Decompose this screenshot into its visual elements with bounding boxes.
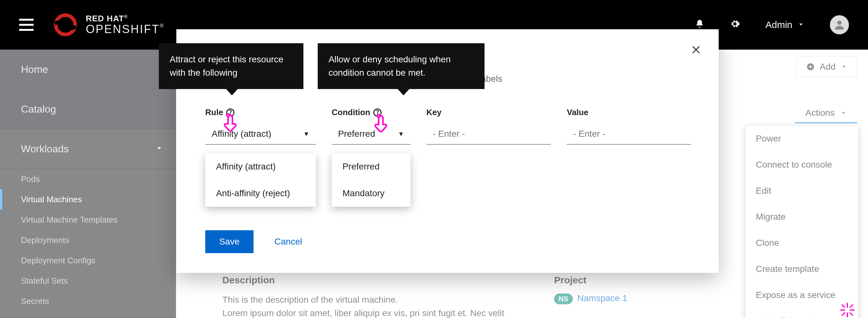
value-field: Value	[567, 108, 691, 145]
sparkle-icon	[839, 302, 855, 318]
rule-option-affinity[interactable]: Affinity (attract)	[205, 153, 316, 180]
condition-option-preferred[interactable]: Preferred	[332, 153, 410, 180]
sidebar-sub-deployments[interactable]: Deployments	[0, 230, 176, 250]
project-section: Project NS Namspace 1	[554, 275, 627, 304]
svg-point-3	[837, 21, 841, 25]
chevron-down-icon	[798, 20, 804, 30]
sidebar-sub-virtual-machines[interactable]: Virtual Machines	[0, 189, 176, 209]
value-label: Value	[567, 108, 691, 117]
svg-point-0	[56, 15, 75, 35]
namespace-badge: NS	[554, 293, 573, 304]
project-heading: Project	[554, 275, 627, 286]
caret-down-icon	[840, 110, 847, 116]
caret-down-icon	[841, 64, 847, 70]
chevron-down-icon	[155, 143, 163, 155]
svg-line-13	[842, 305, 845, 308]
svg-line-14	[850, 313, 853, 316]
svg-rect-6	[809, 66, 813, 67]
save-button[interactable]: Save	[205, 230, 253, 253]
condition-field: Condition ? Preferred ▼	[332, 108, 410, 145]
close-icon[interactable]: ✕	[691, 42, 702, 57]
sidebar: Home Catalog Workloads Pods Virtual Mach…	[0, 50, 176, 318]
avatar[interactable]	[830, 15, 849, 34]
description-text: This is the description of the virtual m…	[222, 293, 504, 318]
svg-point-7	[227, 114, 229, 116]
actions-button[interactable]: Actions	[795, 104, 857, 123]
svg-line-15	[850, 305, 853, 308]
sidebar-item-home[interactable]: Home	[0, 50, 176, 89]
namespace-link[interactable]: Namspace 1	[577, 293, 627, 303]
sidebar-sub-secrets[interactable]: Secrets	[0, 291, 176, 311]
svg-point-8	[377, 114, 380, 117]
condition-label: Condition ?	[332, 108, 410, 117]
value-input[interactable]	[567, 124, 691, 145]
actions-menu-create-template[interactable]: Create template	[746, 256, 858, 282]
hamburger-icon[interactable]	[19, 19, 34, 31]
condition-select[interactable]: Preferred ▼	[332, 124, 410, 145]
actions-menu: Power Connect to console Edit Migrate Cl…	[745, 125, 859, 318]
actions-menu-connect-console[interactable]: Connect to console	[746, 152, 858, 178]
gear-icon[interactable]	[730, 19, 740, 31]
actions-menu-migrate[interactable]: Migrate	[746, 204, 858, 230]
rule-option-anti-affinity[interactable]: Anti-affinity (reject)	[205, 180, 316, 207]
key-field: Key	[426, 108, 551, 145]
svg-line-16	[842, 313, 845, 316]
sidebar-item-workloads[interactable]: Workloads	[0, 129, 176, 169]
description-section: Description This is the description of t…	[222, 275, 504, 318]
actions-label: Actions	[805, 108, 835, 118]
add-label: Add	[820, 62, 836, 72]
caret-down-icon: ▼	[303, 131, 309, 138]
user-label: Admin	[765, 20, 793, 30]
bell-icon[interactable]	[695, 19, 704, 31]
add-button[interactable]: Add	[796, 57, 857, 77]
description-heading: Description	[222, 275, 504, 286]
actions-menu-edit[interactable]: Edit	[746, 178, 858, 204]
key-label: Key	[426, 108, 551, 117]
sidebar-sub-config-maps[interactable]: Config Maps	[0, 311, 176, 318]
condition-dropdown-panel: Preferred Mandatory	[332, 153, 410, 207]
plus-circle-icon	[806, 63, 815, 71]
key-input[interactable]	[426, 124, 551, 145]
openshift-icon	[53, 12, 78, 37]
cancel-button[interactable]: Cancel	[275, 237, 302, 247]
brand-text: RED HAT® OPENSHIFT®	[86, 14, 164, 35]
sidebar-sub-vm-templates[interactable]: Virtual Machine Templates	[0, 209, 176, 230]
actions-menu-power[interactable]: Power	[746, 125, 858, 152]
brand-logo[interactable]: RED HAT® OPENSHIFT®	[53, 12, 164, 37]
rule-dropdown-panel: Affinity (attract) Anti-affinity (reject…	[205, 153, 316, 207]
sidebar-sub-stateful-sets[interactable]: Stateful Sets	[0, 270, 176, 291]
condition-tooltip: Allow or deny scheduling when condition …	[318, 43, 485, 89]
actions-menu-clone[interactable]: Clone	[746, 230, 858, 256]
rule-tooltip: Attract or reject this resource with the…	[159, 43, 303, 89]
annotation-cursor-icon	[372, 113, 390, 134]
sidebar-sub-deployment-configs[interactable]: Deployment Configs	[0, 250, 176, 270]
condition-option-mandatory[interactable]: Mandatory	[332, 180, 410, 207]
sidebar-item-catalog[interactable]: Catalog	[0, 89, 176, 129]
caret-down-icon: ▼	[398, 131, 404, 138]
sidebar-sub-pods[interactable]: Pods	[0, 169, 176, 189]
annotation-cursor-icon	[222, 113, 240, 133]
user-menu[interactable]: Admin	[765, 20, 804, 30]
